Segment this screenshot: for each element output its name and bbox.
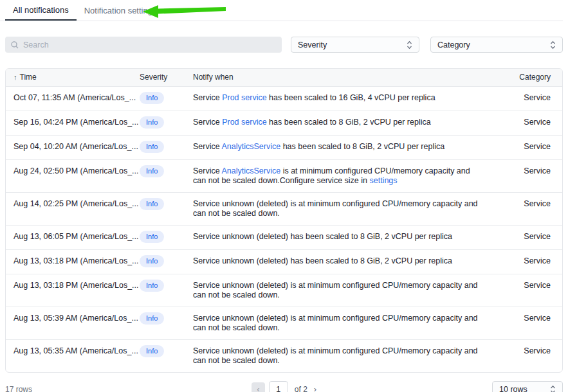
chevron-updown-icon [550,40,556,49]
column-header-time-label: Time [20,73,37,82]
severity-badge: Info [140,198,164,210]
cell-category: Service [501,307,562,339]
cell-category: Service [501,135,562,159]
cell-category: Service [501,225,562,249]
severity-badge: Info [140,92,164,104]
notify-link[interactable]: Prod service [222,93,266,102]
table-row: Aug 13, 03:18 PM (America/Los_... Info S… [6,274,562,307]
severity-badge: Info [140,165,164,177]
page-of-label: of 2 [295,385,307,392]
table-footer: 17 rows ‹ of 2 › 10 rows [5,381,563,392]
cell-notify-when: Service Prod service has been scaled to … [193,118,481,127]
notify-text: Service [193,93,222,102]
category-select[interactable]: Category [430,37,563,53]
page-size-select[interactable]: 10 rows [492,381,563,392]
search-box[interactable] [5,37,282,53]
notify-text: Service unknown (deleted) has been scale… [193,256,452,265]
category-select-label: Category [437,40,470,49]
table-row: Aug 13, 05:35 AM (America/Los_... Info S… [6,339,562,372]
severity-badge: Info [140,255,164,267]
table-row: Aug 14, 02:25 PM (America/Los_... Info S… [6,192,562,225]
table-row: Sep 16, 04:24 PM (America/Los_... Info S… [6,111,562,135]
column-header-notify-when: Notify when [193,69,501,86]
cell-category: Service [501,159,562,192]
table-row: Aug 24, 02:50 PM (America/Los_... Info S… [6,159,562,192]
table-header-row: ↑Time Severity Notify when Category [6,69,562,86]
search-icon [11,41,19,49]
cell-notify-when: Service unknown (deleted) has been scale… [193,256,481,266]
cell-time: Aug 14, 02:25 PM (America/Los_... [6,192,140,225]
notify-link[interactable]: Prod service [222,118,266,127]
column-header-severity: Severity [140,69,193,86]
column-header-category: Category [501,69,562,86]
tab-all-notifications[interactable]: All notifications [5,0,77,21]
filter-row: Severity Category [5,37,563,53]
severity-badge: Info [140,141,164,153]
row-count-label: 17 rows [5,385,252,392]
notify-link[interactable]: AnalyticsService [221,142,280,151]
cell-time: Aug 13, 03:18 PM (America/Los_... [6,249,140,274]
sort-ascending-icon: ↑ [14,73,17,81]
table-body: Oct 07, 11:35 AM (America/Los_... Info S… [6,86,562,372]
cell-time: Sep 16, 04:24 PM (America/Los_... [6,111,140,135]
severity-badge: Info [140,280,164,292]
notify-text: Service unknown (deleted) is at minimum … [193,281,478,299]
page-size-label: 10 rows [499,385,527,392]
severity-badge: Info [140,116,164,129]
page-number-input[interactable] [269,381,288,392]
severity-badge: Info [140,231,164,243]
table-row: Aug 13, 03:18 PM (America/Los_... Info S… [6,249,562,274]
cell-time: Aug 13, 03:18 PM (America/Los_... [6,274,140,307]
cell-category: Service [501,111,562,135]
cell-notify-when: Service unknown (deleted) has been scale… [193,232,481,242]
cell-notify-when: Service unknown (deleted) is at minimum … [193,346,481,366]
cell-time: Aug 24, 02:50 PM (America/Los_... [6,159,140,192]
cell-time: Aug 13, 05:35 AM (America/Los_... [6,339,140,372]
chevron-updown-icon [407,40,412,49]
table-row: Aug 13, 06:05 PM (America/Los_... Info S… [6,225,562,249]
cell-notify-when: Service Prod service has been scaled to … [193,93,481,103]
tab-bar: All notifications Notification settings [0,0,563,21]
cell-category: Service [501,339,562,372]
notify-link[interactable]: settings [369,176,397,185]
notify-text: Service [193,142,221,151]
notify-text: Service unknown (deleted) is at minimum … [193,199,478,218]
cell-category: Service [501,249,562,274]
severity-select-label: Severity [298,40,327,49]
table-row: Sep 04, 10:20 AM (America/Los_... Info S… [6,135,562,159]
cell-category: Service [501,86,562,111]
search-input[interactable] [23,40,276,49]
notify-text: has been scaled to 8 GiB, 2 vCPU per rep… [280,142,444,151]
table-row: Aug 13, 05:39 AM (America/Los_... Info S… [6,307,562,339]
notify-text: Service unknown (deleted) is at minimum … [193,346,478,365]
severity-badge: Info [140,345,164,357]
cell-time: Sep 04, 10:20 AM (America/Los_... [6,135,140,159]
cell-notify-when: Service unknown (deleted) is at minimum … [193,199,481,218]
cell-category: Service [501,274,562,307]
cell-time: Oct 07, 11:35 AM (America/Los_... [6,86,140,111]
cell-time: Aug 13, 06:05 PM (America/Los_... [6,225,140,249]
cell-notify-when: Service unknown (deleted) is at minimum … [193,314,481,333]
cell-notify-when: Service AnalyticsService has been scaled… [193,142,481,152]
cell-time: Aug 13, 05:39 AM (America/Los_... [6,307,140,339]
notify-text: Service unknown (deleted) is at minimum … [193,314,478,332]
severity-select[interactable]: Severity [291,37,419,53]
notify-link[interactable]: AnalyticsService [221,166,280,175]
pagination: ‹ of 2 › [252,381,316,392]
notify-text: Service [193,166,221,175]
table-row: Oct 07, 11:35 AM (America/Los_... Info S… [6,86,562,111]
severity-badge: Info [140,312,164,325]
cell-notify-when: Service unknown (deleted) is at minimum … [193,281,481,300]
notifications-table: ↑Time Severity Notify when Category Oct … [5,68,563,373]
notify-text: has been scaled to 8 GiB, 2 vCPU per rep… [267,118,431,127]
notify-text: Service [193,118,222,127]
notify-text: Service unknown (deleted) has been scale… [193,232,452,241]
chevron-updown-icon [550,385,556,392]
cell-category: Service [501,192,562,225]
notifications-page: All notifications Notification settings … [0,0,568,392]
column-header-time[interactable]: ↑Time [6,69,140,86]
green-arrow-annotation [143,4,227,19]
cell-notify-when: Service AnalyticsService is at minimum c… [193,166,481,186]
notify-text: has been scaled to 16 GiB, 4 vCPU per re… [267,93,435,102]
prev-page-button[interactable]: ‹ [252,382,265,392]
